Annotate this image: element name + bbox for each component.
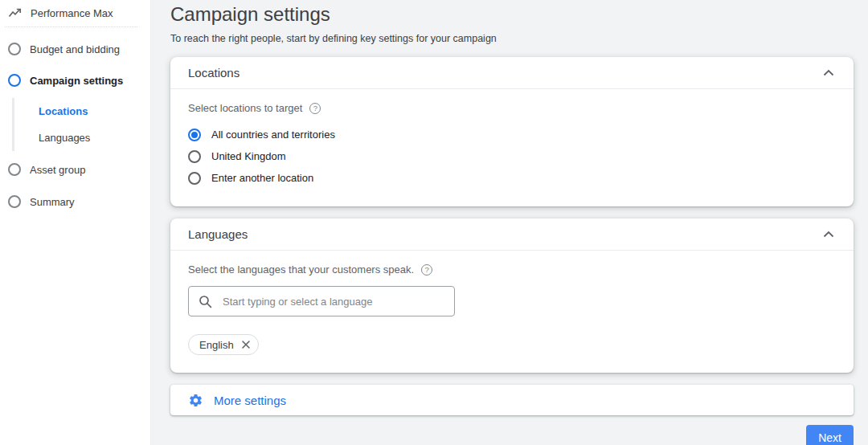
more-settings-label: More settings	[214, 394, 286, 407]
locations-question-row: Select locations to target	[188, 102, 836, 114]
steps-sidebar: Performance Max Budget and bidding Campa…	[0, 0, 151, 445]
subitem-label: Languages	[39, 132, 90, 144]
subitem-label: Locations	[39, 105, 88, 117]
gear-icon	[188, 393, 203, 408]
language-search-box[interactable]	[188, 286, 455, 316]
language-search-input[interactable]	[221, 295, 444, 308]
sidebar-item-asset-group[interactable]: Asset group	[0, 157, 150, 182]
locations-card-header[interactable]: Locations	[170, 57, 854, 89]
magnifier-icon	[199, 295, 212, 308]
performance-trend-icon	[8, 8, 22, 18]
languages-card-header[interactable]: Languages	[170, 218, 854, 251]
step-label: Campaign settings	[30, 75, 123, 87]
sidebar-item-locations[interactable]: Locations	[14, 98, 150, 125]
chevron-up-icon	[823, 69, 834, 76]
footer-actions: Next	[170, 425, 854, 445]
page-title: Campaign settings	[170, 2, 854, 27]
radio-option-label: United Kingdom	[211, 150, 286, 162]
help-icon[interactable]	[309, 103, 321, 114]
page-subtitle: To reach the right people, start by defi…	[170, 33, 854, 44]
campaign-settings-subnav: Locations Languages	[12, 98, 150, 151]
step-circle-icon	[8, 74, 21, 87]
radio-option-label: All countries and territories	[211, 129, 335, 141]
next-button[interactable]: Next	[806, 425, 854, 445]
languages-card: Languages Select the languages that your…	[170, 218, 854, 373]
sidebar-item-budget-and-bidding[interactable]: Budget and bidding	[0, 36, 150, 62]
locations-collapse-button[interactable]	[821, 67, 836, 78]
languages-question-row: Select the languages that your customers…	[188, 263, 836, 276]
language-chip-english[interactable]: English	[188, 334, 259, 355]
step-circle-icon	[8, 43, 21, 55]
chip-remove-button[interactable]	[241, 340, 251, 349]
radio-option-all-countries[interactable]: All countries and territories	[188, 124, 836, 145]
step-label: Budget and bidding	[30, 43, 120, 55]
locations-card: Locations Select locations to target	[170, 57, 854, 206]
chip-label: English	[199, 339, 234, 351]
locations-card-title: Locations	[188, 66, 240, 80]
step-label: Asset group	[30, 164, 85, 176]
campaign-type-label: Performance Max	[31, 7, 113, 19]
languages-question-label: Select the languages that your customers…	[188, 263, 414, 276]
campaign-type-header: Performance Max	[0, 3, 150, 27]
sidebar-divider	[5, 27, 137, 27]
radio-option-label: Enter another location	[211, 172, 313, 184]
radio-selected-icon	[188, 129, 201, 141]
chevron-up-icon	[823, 231, 834, 238]
locations-card-body: Select locations to target All countries…	[170, 89, 854, 206]
step-circle-icon	[8, 195, 21, 208]
languages-card-body: Select the languages that your customers…	[170, 251, 854, 373]
step-label: Summary	[30, 196, 75, 208]
help-icon[interactable]	[421, 264, 432, 276]
languages-collapse-button[interactable]	[821, 229, 836, 239]
locations-question-label: Select locations to target	[188, 102, 302, 114]
radio-unselected-icon	[188, 172, 201, 185]
more-settings-bar[interactable]: More settings	[170, 385, 854, 415]
sidebar-item-languages[interactable]: Languages	[14, 125, 150, 151]
radio-option-united-kingdom[interactable]: United Kingdom	[188, 145, 836, 167]
languages-card-title: Languages	[188, 227, 248, 241]
close-icon	[241, 340, 251, 349]
radio-unselected-icon	[188, 150, 201, 163]
step-circle-icon	[8, 163, 21, 176]
sidebar-item-campaign-settings[interactable]: Campaign settings	[0, 67, 150, 93]
main-content: Campaign settings To reach the right peo…	[151, 0, 868, 445]
sidebar-item-summary[interactable]: Summary	[0, 189, 150, 214]
campaign-setup-page: Performance Max Budget and bidding Campa…	[0, 0, 868, 445]
radio-option-enter-another-location[interactable]: Enter another location	[188, 167, 836, 189]
